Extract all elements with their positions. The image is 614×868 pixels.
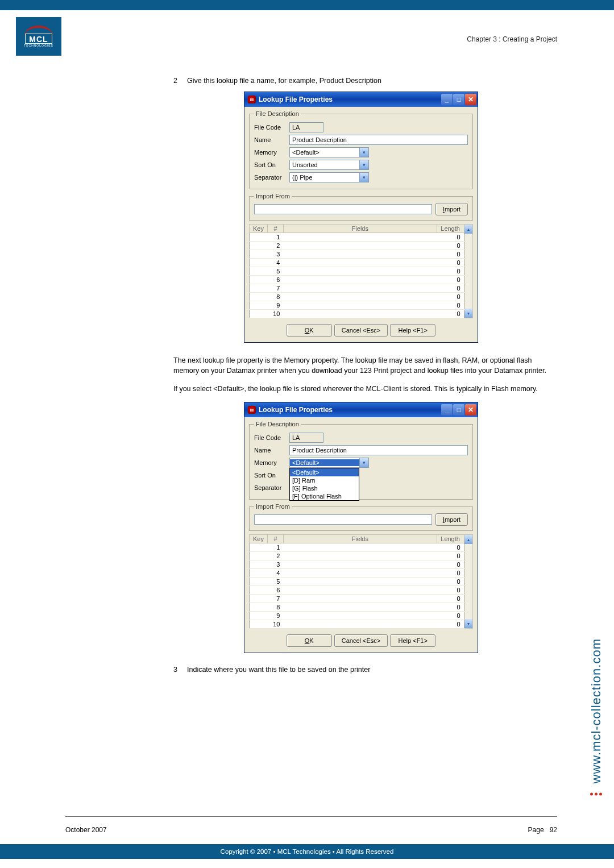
name-input[interactable]: Product Description: [289, 445, 468, 455]
table-row[interactable]: 80: [250, 603, 464, 612]
table-scrollbar[interactable]: ▴ ▾: [464, 534, 473, 629]
cancel-button[interactable]: Cancel <Esc>: [334, 324, 388, 337]
table-row[interactable]: 30: [250, 250, 464, 259]
col-fields[interactable]: Fields: [283, 225, 437, 233]
table-row[interactable]: 70: [250, 595, 464, 603]
col-key[interactable]: Key: [250, 535, 268, 543]
maximize-button[interactable]: □: [453, 404, 464, 416]
chevron-down-icon[interactable]: ▾: [359, 160, 368, 169]
logo-text: MCL: [25, 34, 52, 44]
col-key[interactable]: Key: [250, 225, 268, 233]
dropdown-option[interactable]: [D] Ram: [290, 476, 359, 484]
table-row[interactable]: 80: [250, 293, 464, 301]
import-path-input[interactable]: [254, 514, 432, 525]
table-row[interactable]: 10: [250, 543, 464, 552]
scroll-track[interactable]: [464, 544, 472, 619]
step-text: Indicate where you want this file to be …: [187, 666, 549, 674]
chevron-down-icon[interactable]: ▾: [359, 148, 368, 157]
side-url-text: www.mcl-collection.com: [589, 638, 604, 784]
import-group: Import From Import: [249, 193, 473, 221]
memory-value: <Default>: [290, 459, 359, 466]
minimize-button[interactable]: _: [441, 94, 453, 105]
chevron-down-icon[interactable]: ▾: [359, 173, 368, 182]
file-code-label: File Code: [254, 124, 289, 131]
table-row[interactable]: 100: [250, 620, 464, 629]
file-code-input[interactable]: LA: [289, 433, 323, 443]
memory-combo-open[interactable]: <Default> ▾ <Default> [D] Ram [G] Flash …: [289, 458, 369, 468]
table-scrollbar[interactable]: ▴ ▾: [464, 224, 473, 318]
dropdown-option[interactable]: <Default>: [290, 468, 359, 476]
scroll-down-icon[interactable]: ▾: [464, 309, 472, 318]
name-input[interactable]: Product Description: [289, 135, 468, 145]
help-button[interactable]: Help <F1>: [390, 324, 435, 337]
step-text: Give this lookup file a name, for exampl…: [187, 77, 549, 85]
scroll-track[interactable]: [464, 234, 472, 309]
table-row[interactable]: 90: [250, 612, 464, 620]
import-group: Import From Import: [249, 503, 473, 531]
scroll-down-icon[interactable]: ▾: [464, 619, 472, 628]
sort-combo[interactable]: Unsorted ▾: [289, 160, 369, 170]
memory-label: Memory: [254, 149, 289, 156]
minimize-button[interactable]: _: [441, 404, 453, 416]
top-bar: [0, 0, 614, 10]
import-button[interactable]: Import: [435, 513, 468, 526]
col-fields[interactable]: Fields: [283, 535, 437, 543]
file-description-group: File Description File Code LA Name Produ…: [249, 421, 473, 500]
memory-dropdown: <Default> [D] Ram [G] Flash [F] Optional…: [289, 468, 359, 501]
file-code-input[interactable]: LA: [289, 122, 323, 132]
titlebar[interactable]: III Lookup File Properties _ □ ✕: [244, 402, 478, 417]
col-num[interactable]: #: [267, 535, 283, 543]
cancel-button[interactable]: Cancel <Esc>: [334, 634, 388, 647]
close-button[interactable]: ✕: [465, 404, 476, 416]
col-length[interactable]: Length: [437, 535, 464, 543]
import-path-input[interactable]: [254, 204, 432, 214]
table-row[interactable]: 50: [250, 267, 464, 276]
scroll-up-icon[interactable]: ▴: [464, 535, 472, 544]
sort-value: Unsorted: [290, 161, 359, 168]
table-row[interactable]: 30: [250, 560, 464, 569]
paragraph: If you select <Default>, the lookup file…: [173, 384, 549, 394]
file-description-group: File Description File Code LA Name Produ…: [249, 110, 473, 189]
lookup-dialog: III Lookup File Properties _ □ ✕ File De…: [244, 92, 478, 343]
memory-combo[interactable]: <Default> ▾: [289, 147, 369, 157]
table-row[interactable]: 40: [250, 259, 464, 267]
step-number: 2: [173, 77, 187, 85]
table-row[interactable]: 60: [250, 276, 464, 284]
fields-table-wrap: Key # Fields Length 10 20 30 40 50: [249, 534, 473, 629]
file-code-label: File Code: [254, 434, 289, 441]
sort-label: Sort On: [254, 161, 289, 168]
lookup-dialog-open: III Lookup File Properties _ □ ✕ File De…: [244, 402, 478, 653]
step-2: 2 Give this lookup file a name, for exam…: [173, 77, 549, 85]
table-row[interactable]: 40: [250, 569, 464, 578]
help-button[interactable]: Help <F1>: [390, 634, 435, 647]
titlebar[interactable]: III Lookup File Properties _ □ ✕: [244, 92, 478, 107]
footer-rule: [65, 816, 557, 817]
col-length[interactable]: Length: [437, 225, 464, 233]
fields-table[interactable]: Key # Fields Length 10 20 30 40 50: [249, 224, 464, 318]
logo: MCL TECHNOLOGIES: [16, 17, 61, 56]
separator-combo[interactable]: (|) Pipe ▾: [289, 172, 369, 182]
table-row[interactable]: 90: [250, 301, 464, 310]
ok-button[interactable]: OK: [287, 634, 332, 647]
fields-table[interactable]: Key # Fields Length 10 20 30 40 50: [249, 534, 464, 629]
table-row[interactable]: 10: [250, 233, 464, 242]
table-row[interactable]: 20: [250, 242, 464, 250]
table-row[interactable]: 100: [250, 310, 464, 318]
chevron-down-icon[interactable]: ▾: [359, 458, 368, 467]
footer-date: October 2007: [65, 826, 107, 834]
close-button[interactable]: ✕: [465, 94, 476, 105]
group-legend: Import From: [254, 193, 292, 200]
col-num[interactable]: #: [267, 225, 283, 233]
table-row[interactable]: 70: [250, 284, 464, 293]
dropdown-option[interactable]: [F] Optional Flash: [290, 492, 359, 500]
ok-button[interactable]: OK: [287, 324, 332, 337]
maximize-button[interactable]: □: [453, 94, 464, 105]
scroll-up-icon[interactable]: ▴: [464, 225, 472, 234]
import-button[interactable]: Import: [435, 203, 468, 215]
dialog-title: Lookup File Properties: [259, 406, 441, 414]
table-row[interactable]: 50: [250, 578, 464, 586]
table-row[interactable]: 60: [250, 586, 464, 595]
table-row[interactable]: 20: [250, 552, 464, 560]
dropdown-option[interactable]: [G] Flash: [290, 484, 359, 492]
group-legend: File Description: [254, 421, 301, 427]
